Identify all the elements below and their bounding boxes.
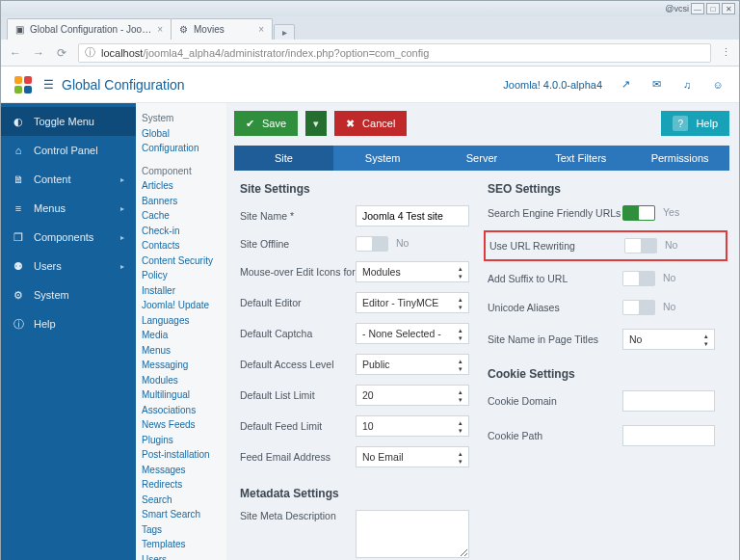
window-maximize-button[interactable]: □ (706, 3, 720, 14)
cookie-domain-input[interactable] (622, 390, 715, 412)
sidebar-system[interactable]: ⚙System (1, 280, 136, 309)
feed-limit-select[interactable]: 10▴▾ (356, 415, 469, 437)
editor-select[interactable]: Editor - TinyMCE▴▾ (356, 292, 469, 313)
browser-tab[interactable]: ▣ Global Configuration - Joo… × (7, 18, 172, 40)
access-select[interactable]: Public▴▾ (356, 354, 469, 375)
subnav-item[interactable]: Redirects (142, 477, 223, 493)
sidebar-toggle-menu[interactable]: ◐Toggle Menu (1, 107, 136, 136)
toggle-icon: ◐ (13, 116, 24, 128)
sidebar-users[interactable]: ⚉Users▸ (1, 252, 136, 280)
user-icon[interactable]: ☺ (710, 79, 726, 91)
joomla-logo[interactable] (14, 76, 32, 93)
subnav-item[interactable]: Users (142, 552, 223, 561)
unicode-toggle[interactable] (622, 300, 655, 315)
subnav-heading: Component (142, 164, 223, 179)
config-tabs: Site System Server Text Filters Permissi… (234, 146, 729, 171)
browser-tab[interactable]: ⚙ Movies × (171, 18, 273, 40)
cookie-path-input[interactable] (622, 425, 715, 446)
field-label: Use URL Rewriting (489, 240, 624, 252)
subnav-item[interactable]: Multilingual Associations (142, 387, 223, 417)
sidebar-components[interactable]: ❒Components▸ (1, 223, 136, 252)
gear-icon: ⚙ (179, 24, 188, 35)
toggle-state: No (663, 272, 675, 283)
captcha-select[interactable]: - None Selected -▴▾ (356, 323, 469, 344)
forward-button[interactable]: → (32, 46, 45, 60)
save-button[interactable]: ✔Save (234, 111, 298, 136)
window-minimize-button[interactable]: — (691, 3, 704, 14)
subnav-item[interactable]: Articles (142, 178, 223, 194)
meta-description-textarea[interactable] (356, 510, 469, 558)
subnav-item[interactable]: Smart Search (142, 507, 223, 522)
subnav-item[interactable]: News Feeds (142, 417, 223, 433)
sef-toggle[interactable] (622, 205, 655, 221)
tab-text-filters[interactable]: Text Filters (531, 146, 630, 171)
sidebar-control-panel[interactable]: ⌂Control Panel (1, 136, 136, 165)
mail-icon[interactable]: ✉ (648, 78, 664, 91)
updown-icon: ▴▾ (459, 296, 462, 310)
subnav-item[interactable]: Cache (142, 208, 223, 224)
subnav-item[interactable]: Media (142, 328, 223, 343)
subnav-item[interactable]: Post-installation Messages (142, 447, 223, 477)
subnav-item[interactable]: Banners (142, 194, 223, 209)
external-link-icon[interactable]: ↗ (618, 78, 633, 91)
bell-icon[interactable]: ♫ (679, 79, 695, 91)
url-host: localhost (101, 47, 143, 59)
page-title-select[interactable]: No▴▾ (622, 329, 715, 350)
subnav-item[interactable]: Joomla! Update (142, 298, 223, 313)
subnav-item[interactable]: Content Security Policy (142, 253, 223, 283)
reload-button[interactable]: ⟳ (55, 46, 68, 60)
browser-toolbar: ← → ⟳ ⓘ localhost/joomla4_alpha4/adminis… (1, 40, 739, 67)
mouseover-select[interactable]: Modules▴▾ (356, 261, 469, 282)
list-limit-select[interactable]: 20▴▾ (356, 385, 469, 406)
feed-email-select[interactable]: No Email▴▾ (356, 446, 469, 467)
subnav-item[interactable]: Modules (142, 373, 223, 388)
tab-site[interactable]: Site (234, 146, 333, 171)
subnav-item[interactable]: Search (142, 493, 223, 508)
url-rewriting-toggle[interactable] (624, 238, 657, 253)
close-icon[interactable]: × (157, 24, 163, 35)
subnav-item[interactable]: Menus (142, 343, 223, 359)
save-dropdown-button[interactable]: ▾ (305, 111, 327, 136)
new-tab-button[interactable]: ▸ (274, 24, 295, 40)
tab-system[interactable]: System (333, 146, 433, 171)
question-icon: ? (673, 116, 688, 131)
subnav-item[interactable]: Plugins (142, 433, 223, 448)
subnav-item[interactable]: Languages (142, 313, 223, 329)
sidebar-menus[interactable]: ≡Menus▸ (1, 194, 136, 223)
sidebar-item-label: Toggle Menu (34, 116, 94, 127)
version-text: Joomla! 4.0.0-alpha4 (503, 79, 602, 91)
subnav-item[interactable]: Check-in (142, 224, 223, 239)
subnav-item[interactable]: Templates (142, 537, 223, 552)
file-icon: 🗎 (13, 173, 24, 185)
toggle-state: No (396, 237, 409, 249)
tab-server[interactable]: Server (433, 146, 532, 171)
browser-menu-button[interactable]: ⋮ (721, 46, 731, 59)
back-button[interactable]: ← (9, 46, 22, 60)
close-icon[interactable]: × (258, 24, 264, 35)
subnav-item[interactable]: Contacts (142, 238, 223, 253)
address-bar[interactable]: ⓘ localhost/joomla4_alpha4/administrator… (78, 43, 711, 63)
site-name-input[interactable] (356, 205, 469, 227)
site-offline-toggle[interactable] (356, 236, 388, 252)
home-icon: ⌂ (13, 145, 24, 156)
subnav-item[interactable]: Tags (142, 522, 223, 538)
subnav-item[interactable]: Installer (142, 283, 223, 299)
sidebar-content[interactable]: 🗎Content▸ (1, 165, 136, 194)
url-rewriting-row: Use URL RewritingNo (488, 234, 724, 257)
field-label: Default Editor (240, 297, 356, 308)
window-close-button[interactable]: ✕ (722, 3, 735, 14)
suffix-toggle[interactable] (622, 271, 655, 286)
chevron-right-icon: ▸ (120, 204, 124, 213)
cancel-button[interactable]: ✖Cancel (334, 111, 407, 136)
subnav-item[interactable]: Messaging (142, 358, 223, 373)
toggle-state: Yes (663, 206, 679, 218)
tab-permissions[interactable]: Permissions (630, 146, 729, 171)
updown-icon: ▴▾ (459, 450, 462, 465)
field-label: Add Suffix to URL (488, 273, 622, 284)
help-button[interactable]: ?Help (661, 111, 729, 136)
subnav-global-config[interactable]: Global Configuration (142, 126, 223, 156)
page-title: ☰ Global Configuration (43, 77, 185, 93)
field-label: Default Captcha (240, 328, 356, 339)
sidebar-help[interactable]: ⓘHelp (1, 309, 136, 338)
browser-window: @vcsi — □ ✕ ▣ Global Configuration - Joo… (0, 0, 740, 560)
